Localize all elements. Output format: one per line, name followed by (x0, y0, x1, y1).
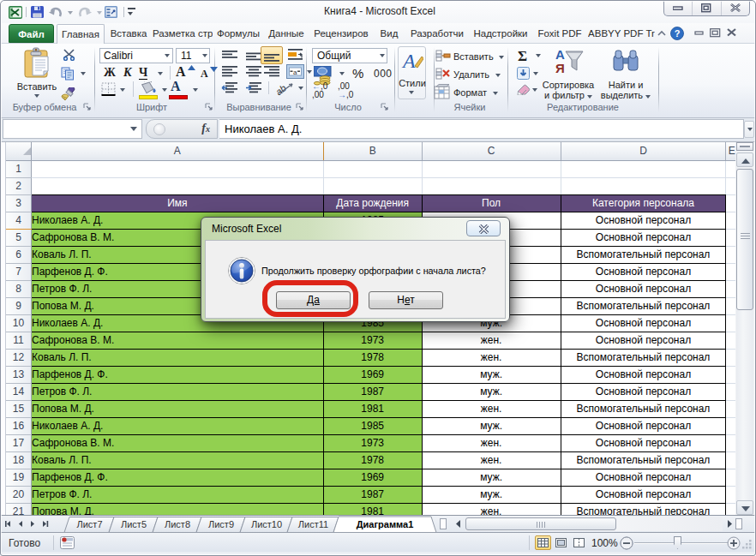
svg-text:?: ? (675, 28, 681, 39)
svg-text:Лист8: Лист8 (165, 519, 190, 529)
svg-text:Лист9: Лист9 (208, 519, 234, 529)
svg-text:Диаграмма1: Диаграмма1 (357, 519, 414, 529)
svg-text:ab: ab (276, 82, 288, 96)
svg-text:Лист5: Лист5 (121, 519, 147, 529)
svg-text:Лист10: Лист10 (251, 519, 282, 529)
svg-text:А: А (555, 47, 565, 62)
svg-text:A: A (401, 50, 416, 72)
svg-text:Лист11: Лист11 (298, 519, 328, 529)
svg-text:a: a (293, 69, 297, 76)
svg-text:Лист7: Лист7 (76, 519, 102, 529)
svg-text:Я: Я (555, 61, 565, 75)
